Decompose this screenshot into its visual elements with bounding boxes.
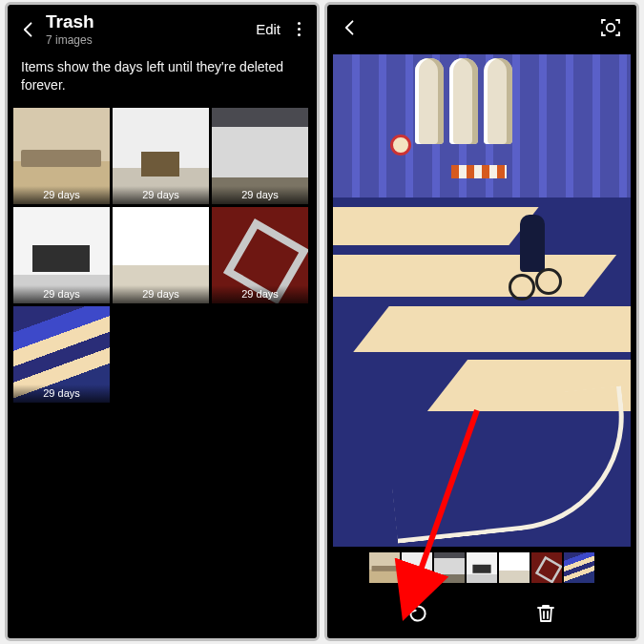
days-left-badge: 29 days <box>113 285 209 303</box>
days-left-badge: 29 days <box>212 186 308 204</box>
restore-button[interactable] <box>402 597 434 630</box>
thumbnail-item[interactable]: 29 days <box>13 108 110 204</box>
filmstrip-item[interactable] <box>564 552 594 583</box>
filmstrip-item[interactable] <box>434 552 465 583</box>
info-text: Items show the days left until they're d… <box>8 52 317 108</box>
thumbnail-item[interactable]: 29 days <box>212 207 308 303</box>
title-block: Trash 7 images <box>46 12 256 47</box>
page-title: Trash <box>46 12 256 32</box>
svg-point-0 <box>607 24 614 31</box>
filmstrip-item[interactable] <box>402 552 432 583</box>
chevron-left-icon <box>19 20 38 39</box>
more-options-button[interactable] <box>290 16 307 43</box>
filmstrip-item[interactable] <box>369 552 400 583</box>
edit-button[interactable]: Edit <box>256 21 280 37</box>
filmstrip <box>333 552 631 585</box>
days-left-badge: 29 days <box>113 186 209 204</box>
thumbnail-item[interactable]: 29 days <box>13 306 110 403</box>
thumbnail-item[interactable]: 29 days <box>212 108 308 204</box>
days-left-badge: 29 days <box>13 384 110 403</box>
header: Trash 7 images Edit <box>8 5 317 52</box>
image-content <box>333 54 631 547</box>
restore-icon <box>405 601 430 626</box>
thumbnail-item[interactable]: 29 days <box>13 207 110 303</box>
trash-icon <box>534 602 557 625</box>
filmstrip-item[interactable] <box>531 552 562 583</box>
thumbnail-grid: 29 days 29 days 29 days 29 days 29 days … <box>8 108 317 403</box>
back-button[interactable] <box>15 16 42 43</box>
thumbnail-item[interactable]: 29 days <box>113 108 209 204</box>
image-viewer-screen <box>324 2 639 641</box>
viewer-header <box>327 5 636 49</box>
back-button[interactable] <box>337 14 364 41</box>
vision-icon <box>599 16 622 39</box>
days-left-badge: 29 days <box>13 186 110 204</box>
image-viewport[interactable] <box>333 54 631 547</box>
days-left-badge: 29 days <box>212 285 308 303</box>
filmstrip-item[interactable] <box>499 552 530 583</box>
thumbnail-item[interactable]: 29 days <box>113 207 209 303</box>
days-left-badge: 29 days <box>13 285 110 303</box>
bottom-action-bar <box>327 589 636 638</box>
bixby-vision-button[interactable] <box>598 15 623 40</box>
chevron-left-icon <box>341 18 360 37</box>
delete-button[interactable] <box>530 597 562 630</box>
page-subtitle: 7 images <box>46 33 256 47</box>
trash-list-screen: Trash 7 images Edit Items show the days … <box>5 2 320 641</box>
filmstrip-item[interactable] <box>467 552 497 583</box>
